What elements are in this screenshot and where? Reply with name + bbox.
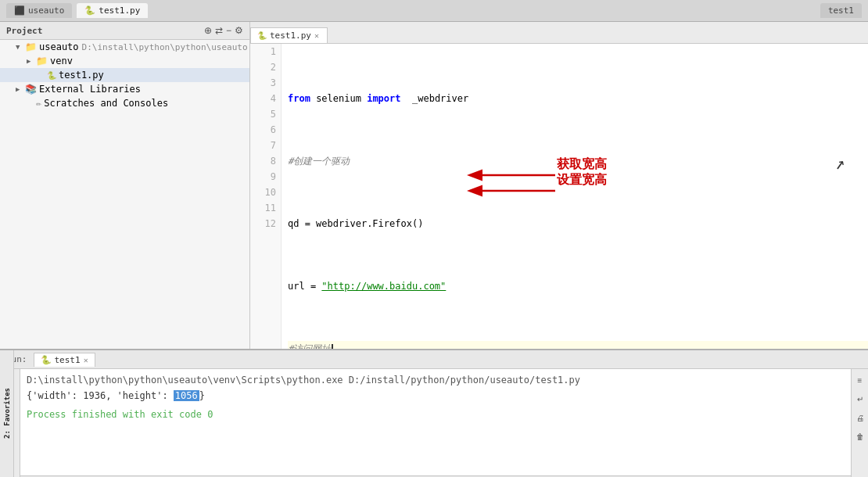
lib-icon: 📚 — [25, 84, 37, 95]
run-success-line: Process finished with exit code 0 — [27, 407, 845, 422]
sidebar-title: Project — [6, 26, 42, 36]
line-num-1: 1 — [255, 44, 276, 59]
run-right-toolbar: ≡ ↵ 🖨 🗑 — [851, 369, 868, 477]
py-icon: 🐍 — [47, 71, 56, 80]
add-icon[interactable]: ⊕ — [204, 25, 212, 36]
line-num-11: 11 — [255, 200, 276, 216]
run-body: ▶ ↑ ■ ↺ D:\install\python\python\useauto… — [0, 369, 868, 477]
code-line-1: from selenium import _webdriver — [288, 91, 868, 106]
run-tab-label: test1 — [55, 355, 81, 365]
code-content[interactable]: from selenium import _webdriver #创建一个驱动 … — [282, 44, 868, 349]
run-tab-py-icon: 🐍 — [41, 355, 52, 365]
tab-useauto[interactable]: ⬛ useauto — [6, 3, 72, 18]
line-num-4: 4 — [255, 91, 276, 106]
vtab-favorites[interactable]: 2: Favorites — [2, 382, 13, 445]
editor-tab-py-icon: 🐍 — [257, 31, 267, 40]
run-path-line: D:\install\python\python\useauto\venv\Sc… — [27, 372, 845, 388]
code-selenium: selenium — [316, 91, 361, 106]
tree-label-extlib: External Libraries — [39, 84, 141, 95]
arrow-down-icon: ▼ — [16, 43, 25, 51]
editor-tab-test1py[interactable]: 🐍 test1.py ✕ — [250, 27, 328, 43]
run-settings-button[interactable]: ≡ — [852, 372, 868, 388]
line-num-5: 5 — [255, 106, 276, 122]
tab-test1-right[interactable]: test1 — [820, 3, 862, 18]
run-path-text: D:\install\python\python\useauto\venv\Sc… — [27, 375, 580, 386]
line-numbers: 1 2 3 4 5 6 7 8 9 10 11 12 — [250, 44, 282, 349]
minus-icon[interactable]: − — [226, 25, 231, 36]
run-result-line: {'width': 1936, 'height': 1056} — [27, 388, 845, 403]
run-print-button[interactable]: 🖨 — [852, 410, 868, 425]
cursor — [332, 344, 333, 350]
run-tabs: Run: 🐍 test1 ✕ — [0, 350, 868, 369]
editor-tab-label: test1.py — [270, 30, 311, 41]
tree-item-venv[interactable]: ▶ 📁 venv — [0, 54, 249, 68]
tab-useauto-label: useauto — [28, 5, 64, 16]
run-tab-close[interactable]: ✕ — [84, 356, 88, 364]
sidebar: Project ⊕ ⇄ − ⚙ ▼ 📁 useauto D:\install\p… — [0, 22, 250, 349]
code-line-2: #创建一个驱动 — [288, 153, 868, 169]
editor-area: 🐍 test1.py ✕ 1 2 3 4 5 6 7 8 9 10 11 12 — [250, 22, 868, 349]
code-area: 1 2 3 4 5 6 7 8 9 10 11 12 from selenium… — [250, 44, 868, 349]
py-file-icon: 🐍 — [84, 5, 95, 16]
run-success-text: Process finished with exit code 0 — [27, 409, 213, 420]
folder-icon: 📁 — [25, 41, 37, 52]
run-highlighted-num: 1056 — [174, 390, 199, 401]
editor-tabs: 🐍 test1.py ✕ — [250, 22, 868, 44]
useauto-icon: ⬛ — [14, 5, 25, 16]
scratches-icon: ✏ — [36, 98, 41, 109]
editor-tab-close[interactable]: ✕ — [314, 31, 319, 40]
sidebar-header: Project ⊕ ⇄ − ⚙ — [0, 22, 249, 40]
title-bar: ⬛ useauto 🐍 test1.py test1 — [0, 0, 868, 22]
code-url: url = — [288, 278, 321, 294]
venv-folder-icon: 📁 — [36, 56, 48, 66]
code-qd: qd = webdriver.Firefox() — [288, 216, 423, 231]
str-url: "http://www.baidu.com" — [321, 278, 446, 294]
tab-test1py[interactable]: 🐍 test1.py — [77, 3, 148, 18]
code-line-3: qd = webdriver.Firefox() — [288, 216, 868, 231]
comment-line5: #访问网址 — [288, 341, 331, 349]
tree-label-venv: venv — [50, 56, 73, 66]
title-bar-tabs: ⬛ useauto 🐍 test1.py — [6, 3, 148, 18]
code-webdriver: _webdriver — [407, 91, 468, 106]
tree-label-scratches: Scratches and Consoles — [44, 98, 168, 109]
line-num-6: 6 — [255, 122, 276, 138]
arrow-right-icon: ▶ — [27, 57, 36, 65]
sync-icon[interactable]: ⇄ — [215, 25, 223, 36]
line-num-9: 9 — [255, 169, 276, 185]
tree-path-useauto: D:\install\python\python\useauto — [82, 42, 248, 52]
bottom-panel: Run: 🐍 test1 ✕ ▶ ↑ ■ ↺ D:\install\python… — [0, 349, 868, 475]
tab-test1-right-label: test1 — [828, 5, 854, 16]
line-num-3: 3 — [255, 75, 276, 91]
line-num-12: 12 — [255, 216, 276, 231]
title-right-area: test1 — [820, 3, 862, 18]
tab-test1py-label: test1.py — [99, 5, 140, 16]
run-tab-test1[interactable]: 🐍 test1 ✕ — [34, 353, 95, 367]
spacer-icon — [38, 71, 47, 79]
main-container: Project ⊕ ⇄ − ⚙ ▼ 📁 useauto D:\install\p… — [0, 22, 868, 349]
tree-item-test1py[interactable]: 🐍 test1.py — [0, 68, 249, 82]
scratches-arrow-icon — [27, 99, 36, 107]
tree-item-extlib[interactable]: ▶ 📚 External Libraries — [0, 82, 249, 96]
line-num-10: 10 — [255, 185, 276, 200]
run-result-suffix: } — [199, 390, 205, 401]
code-line-4: url = "http://www.baidu.com" — [288, 278, 868, 294]
extlib-arrow-icon: ▶ — [16, 85, 25, 93]
tree-item-scratches[interactable]: ✏ Scratches and Consoles — [0, 96, 249, 110]
kw-import: import — [367, 91, 400, 106]
tree-item-useauto[interactable]: ▼ 📁 useauto D:\install\python\python\use… — [0, 40, 249, 54]
run-trash-button[interactable]: 🗑 — [852, 429, 868, 444]
left-vertical-tabs: 2: Favorites — [0, 350, 14, 477]
comment-line2: #创建一个驱动 — [288, 153, 350, 169]
run-result-prefix: {'width': 1936, 'height': — [27, 390, 174, 401]
gear-icon[interactable]: ⚙ — [235, 25, 243, 36]
line-num-2: 2 — [255, 59, 276, 75]
code-line-5: #访问网址 — [288, 341, 868, 349]
run-output: D:\install\python\python\useauto\venv\Sc… — [20, 369, 851, 477]
sidebar-header-icons: ⊕ ⇄ − ⚙ — [204, 25, 243, 36]
run-wrap-button[interactable]: ↵ — [852, 391, 868, 407]
line-num-8: 8 — [255, 153, 276, 169]
tree-label-test1py: test1.py — [59, 70, 104, 81]
line-num-7: 7 — [255, 138, 276, 153]
tree-label-useauto: useauto — [39, 41, 79, 52]
kw-from: from — [288, 91, 310, 106]
